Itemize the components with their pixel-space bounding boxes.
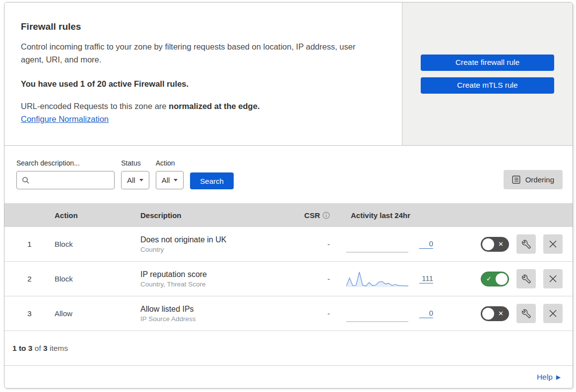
toggle-knob (482, 238, 494, 250)
search-label: Search description... (16, 159, 115, 167)
action-label: Action (156, 159, 184, 167)
ordering-button[interactable]: Ordering (504, 170, 563, 189)
chevron-down-icon (139, 179, 143, 181)
page-description: Control incoming traffic to your zone by… (21, 40, 371, 66)
wrench-icon (522, 275, 531, 283)
activity-sparkline (346, 304, 408, 324)
pagination-total: 3 (43, 344, 48, 353)
help-link[interactable]: Help ▶ (537, 373, 561, 382)
edit-rule-button[interactable] (516, 234, 536, 254)
table-row: 3 Allow Allow listed IPs IP Source Addre… (4, 296, 573, 331)
create-mtls-rule-button[interactable]: Create mTLS rule (421, 77, 554, 94)
ordering-list-icon (512, 175, 520, 184)
col-header-description: Description (140, 211, 299, 220)
delete-rule-button[interactable] (543, 234, 563, 254)
search-button[interactable]: Search (190, 172, 234, 189)
rule-description-cell: Does not originate in UK Country (140, 235, 299, 253)
toggle-state-icon: ✕ (498, 310, 504, 317)
table-row: 2 Block IP reputation score Country, Thr… (4, 262, 573, 296)
csr-label: CSR (304, 211, 320, 220)
rule-activity-cell: 0 (330, 234, 444, 254)
rule-fields: Country (140, 246, 299, 253)
action-filter-group: Action All (156, 159, 184, 189)
pagination-of: of (32, 344, 43, 353)
rule-priority: 3 (4, 309, 55, 318)
toggle-state-icon: ✕ (498, 241, 504, 247)
chevron-down-icon (174, 179, 178, 181)
delete-rule-button[interactable] (543, 269, 563, 288)
normalization-prefix: URL-encoded Requests to this zone are (21, 102, 169, 111)
activity-sparkline (346, 269, 408, 289)
status-label: Status (121, 159, 149, 167)
firewall-rules-panel: Firewall rules Control incoming traffic … (4, 2, 573, 389)
page-title: Firewall rules (21, 21, 382, 32)
close-icon (549, 309, 557, 318)
status-dropdown[interactable]: All (121, 171, 149, 189)
rule-priority: 1 (4, 240, 55, 248)
activity-count-link[interactable]: 0 (419, 239, 433, 249)
rule-description: IP reputation score (140, 270, 299, 279)
intro-card: Firewall rules Control incoming traffic … (4, 2, 402, 145)
help-link-label: Help (537, 373, 553, 382)
close-icon (549, 275, 557, 283)
configure-normalization-link[interactable]: Configure Normalization (21, 114, 109, 124)
normalization-text: URL-encoded Requests to this zone are no… (21, 102, 382, 111)
rule-activity-cell: 111 (330, 269, 444, 289)
edit-rule-button[interactable] (516, 269, 536, 288)
search-icon (22, 176, 30, 184)
activity-count-link[interactable]: 0 (419, 309, 433, 318)
create-firewall-rule-button[interactable]: Create firewall rule (421, 55, 554, 71)
usage-text: You have used 1 of 20 active Firewall ru… (21, 79, 382, 89)
rule-csr-value: - (299, 275, 330, 283)
action-dropdown[interactable]: All (156, 171, 184, 189)
toggle-knob (496, 273, 508, 285)
rule-action: Block (55, 240, 140, 248)
rule-description-cell: IP reputation score Country, Threat Scor… (140, 270, 299, 288)
rule-description: Allow listed IPs (140, 305, 299, 314)
rule-fields: IP Source Address (140, 315, 299, 323)
rule-enabled-toggle[interactable]: ✕ (481, 237, 509, 252)
rule-action: Block (55, 275, 140, 283)
rule-fields: Country, Threat Score (140, 280, 299, 288)
search-group: Search description... (16, 159, 115, 189)
toggle-knob (482, 308, 494, 320)
help-arrow-icon: ▶ (556, 374, 561, 381)
normalization-bold: normalized at the edge. (169, 102, 259, 111)
ordering-button-label: Ordering (525, 175, 554, 184)
action-dropdown-value: All (162, 176, 170, 184)
rule-priority: 2 (4, 275, 55, 283)
rule-action: Allow (55, 309, 140, 318)
wrench-icon (522, 309, 531, 318)
activity-count-link[interactable]: 111 (419, 274, 433, 283)
edit-rule-button[interactable] (516, 304, 536, 323)
search-input[interactable] (16, 171, 115, 189)
activity-sparkline (346, 234, 408, 254)
rule-description-cell: Allow listed IPs IP Source Address (140, 305, 299, 323)
col-header-csr: CSR (299, 211, 330, 220)
status-dropdown-value: All (127, 176, 135, 184)
rule-activity-cell: 0 (330, 304, 444, 324)
pagination-items: items (48, 344, 68, 353)
table-row: 1 Block Does not originate in UK Country… (4, 227, 573, 262)
actions-panel: Create firewall rule Create mTLS rule (402, 2, 573, 145)
rule-csr-value: - (299, 240, 330, 248)
rule-description: Does not originate in UK (140, 235, 299, 244)
close-icon (549, 240, 557, 248)
filter-bar: Search description... Status All Action … (4, 146, 573, 203)
delete-rule-button[interactable] (543, 304, 563, 323)
status-filter-group: Status All (121, 159, 149, 189)
table-header: Action Description CSR Activity last 24h… (4, 203, 573, 227)
toggle-state-icon: ✓ (486, 276, 492, 282)
rule-controls: ✕ (444, 234, 573, 254)
rule-controls: ✕ (444, 304, 573, 323)
rule-enabled-toggle[interactable]: ✕ (481, 306, 509, 321)
col-header-action: Action (55, 211, 140, 220)
csr-info-icon[interactable] (322, 212, 330, 219)
pagination-range: 1 to 3 (12, 344, 32, 353)
help-row: Help ▶ (4, 366, 573, 388)
rule-csr-value: - (299, 309, 330, 318)
rule-enabled-toggle[interactable]: ✓ (481, 272, 509, 286)
col-header-activity: Activity last 24hr (330, 211, 444, 220)
pagination-summary: 1 to 3 of 3 items (4, 331, 573, 366)
rule-controls: ✓ (444, 269, 573, 288)
